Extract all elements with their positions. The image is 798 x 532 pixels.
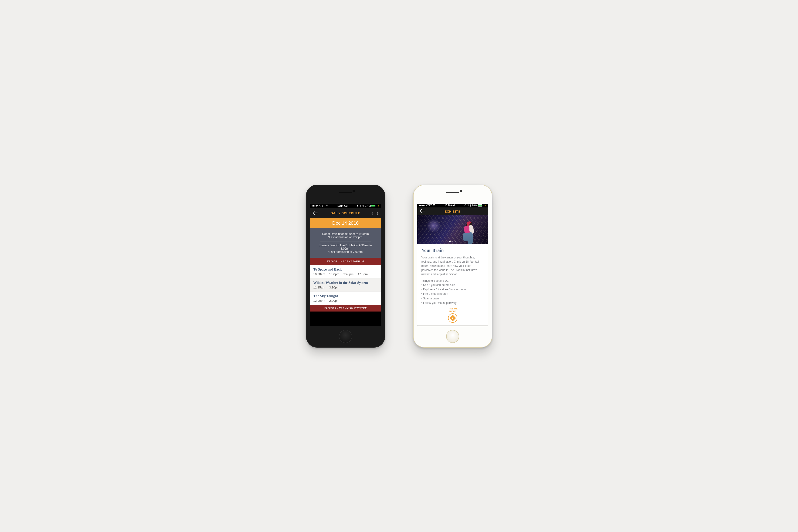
carrier-label: AT&T	[426, 204, 432, 207]
exhibit-description: Your brain is at the center of your thou…	[421, 255, 484, 277]
featured-note: *Last admission at 7:00pm	[316, 250, 375, 253]
carrier-label: AT&T	[319, 205, 325, 207]
things-item: Fire a model neuron	[421, 292, 484, 296]
carousel-dot[interactable]	[449, 241, 451, 242]
hero-glow	[426, 218, 441, 233]
hero-figure	[461, 222, 474, 244]
show-time: 10:30am	[314, 272, 325, 276]
home-button[interactable]	[339, 330, 352, 343]
phone-notch	[446, 192, 459, 193]
things-item: Explore a "city street" in your brain	[421, 287, 484, 292]
show-time: 1:00pm	[329, 272, 339, 276]
home-button[interactable]	[446, 330, 459, 343]
battery-icon	[370, 205, 376, 207]
things-item: Follow your visual pathway	[421, 301, 484, 305]
battery-icon	[478, 204, 483, 207]
schedule-scroll[interactable]: Dec 14 2016 Robot Revolution 9:30am to 9…	[310, 218, 381, 326]
things-item: Scan a brain	[421, 297, 484, 301]
charging-icon	[484, 204, 487, 207]
featured-title: Robot Revolution 9:30am to 9:00pm	[316, 232, 375, 235]
date-next-button[interactable]: ❯	[376, 211, 379, 215]
carousel-dot[interactable]	[455, 241, 456, 242]
signal-icon	[419, 205, 425, 206]
app-header: EXHIBITS	[417, 207, 488, 215]
charging-icon	[377, 205, 379, 207]
things-item: See if you can detect a lie	[421, 283, 484, 287]
app-header: DAILY SCHEDULE ❮ ❯	[310, 208, 381, 218]
show-title: The Sky Tonight	[314, 294, 378, 298]
section-header: FLOOR 1 - FRANKLIN THEATER	[310, 305, 381, 311]
screen-exhibit: AT&T 10:19 AM 98%	[417, 204, 488, 326]
divider	[320, 241, 371, 242]
featured-exhibits: Robot Revolution 9:30am to 9:00pm *Last …	[310, 228, 381, 258]
status-bar: AT&T 10:19 AM 98%	[417, 204, 488, 207]
location-icon	[463, 204, 466, 207]
location-icon	[357, 205, 359, 207]
header-title: DAILY SCHEDULE	[331, 211, 360, 215]
phone-notch	[339, 192, 352, 193]
show-row[interactable]: The Sky Tonight 12:00pm 2:00pm	[310, 292, 381, 305]
carousel-dot[interactable]	[452, 241, 453, 242]
header-title: EXHIBITS	[445, 210, 461, 213]
phone-camera	[460, 190, 462, 192]
featured-item: Robot Revolution 9:30am to 9:00pm *Last …	[316, 231, 375, 240]
show-time: 2:45pm	[343, 272, 354, 276]
phone-speaker	[446, 192, 459, 193]
screen-gutter	[417, 325, 488, 326]
phone-mockup-schedule: AT&T 10:14 AM 97%	[306, 185, 385, 348]
show-time: 4:15pm	[358, 272, 368, 276]
carousel-dots	[449, 241, 456, 242]
date-bar: Dec 14 2016	[310, 218, 381, 228]
clock-label: 10:14 AM	[337, 205, 348, 207]
cta-label-line2: THERE	[421, 310, 484, 313]
back-button[interactable]	[420, 209, 425, 214]
show-time: 12:00pm	[314, 299, 325, 302]
date-prev-button[interactable]: ❮	[371, 211, 374, 215]
things-list: See if you can detect a lie Explore a "c…	[421, 283, 484, 305]
status-bar: AT&T 10:14 AM 97%	[310, 204, 381, 208]
featured-note: *Last admission at 7:00pm.	[316, 235, 375, 239]
section-header: FLOOR 1 - PLANETARIUM	[310, 258, 381, 265]
show-title: To Space and Back	[314, 267, 378, 271]
show-times: 11:15am 3:30pm	[314, 286, 378, 289]
featured-item: Jurassic World: The Exhibition 9:30am to…	[316, 242, 375, 255]
battery-pct-label: 97%	[365, 205, 369, 207]
back-button[interactable]	[312, 211, 318, 215]
phone-speaker	[339, 192, 352, 193]
signal-icon	[311, 205, 318, 207]
wifi-icon	[325, 205, 328, 207]
directions-icon	[449, 315, 456, 321]
wifi-icon	[433, 204, 435, 207]
show-time: 11:15am	[314, 286, 325, 289]
date-pager: ❮ ❯	[371, 211, 379, 215]
phone-camera	[353, 190, 355, 192]
show-row[interactable]: To Space and Back 10:30am 1:00pm 2:45pm …	[310, 265, 381, 279]
show-times: 10:30am 1:00pm 2:45pm 4:15pm	[314, 272, 378, 276]
phone-mockup-exhibit: AT&T 10:19 AM 98%	[413, 185, 492, 348]
show-time: 2:00pm	[329, 299, 339, 302]
clock-label: 10:19 AM	[444, 204, 455, 207]
things-header: Things to See and Do:	[421, 279, 484, 282]
battery-pct-label: 98%	[472, 204, 477, 207]
featured-title: Jurassic World: The Exhibition 9:30am to…	[316, 244, 375, 250]
bluetooth-icon	[363, 205, 364, 207]
show-time: 3:30pm	[329, 286, 339, 289]
exhibit-title: Your Brain	[421, 248, 484, 253]
cta-label-line1: TAKE ME	[421, 307, 484, 310]
bluetooth-icon	[470, 204, 471, 207]
date-label: Dec 14 2016	[332, 221, 359, 226]
show-times: 12:00pm 2:00pm	[314, 299, 378, 302]
show-row[interactable]: Wildest Weather in the Solar System 11:1…	[310, 279, 381, 292]
take-me-there-button[interactable]	[448, 314, 457, 323]
exhibit-hero-carousel[interactable]	[417, 215, 488, 244]
exhibit-body: Your Brain Your brain is at the center o…	[417, 244, 488, 325]
show-title: Wildest Weather in the Solar System	[314, 281, 378, 285]
take-me-there: TAKE ME THERE	[421, 307, 484, 323]
alarm-icon	[360, 205, 362, 207]
alarm-icon	[467, 204, 469, 207]
screen-schedule: AT&T 10:14 AM 97%	[310, 204, 381, 326]
